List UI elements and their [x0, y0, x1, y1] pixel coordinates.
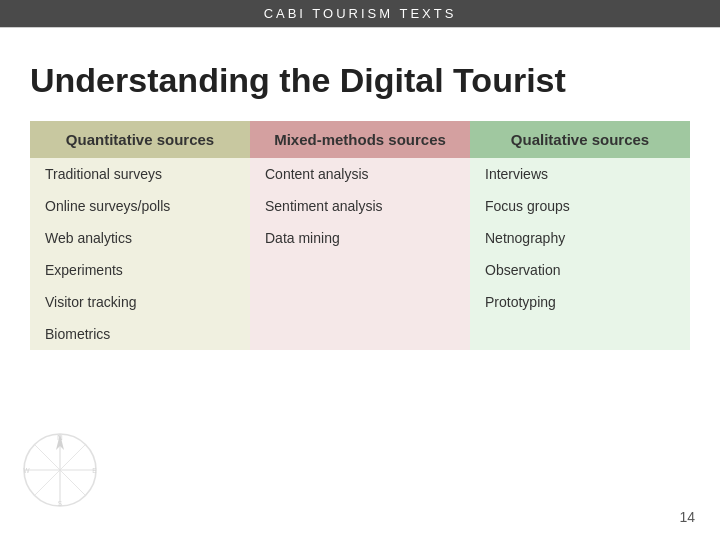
page-number: 14: [679, 509, 695, 525]
header-quantitative: Quantitative sources: [30, 121, 250, 158]
table-row: [470, 318, 690, 350]
table-row: Web analytics: [30, 222, 250, 254]
comparison-table: Quantitative sources Mixed-methods sourc…: [30, 121, 690, 350]
table-row: Content analysis: [250, 158, 470, 190]
svg-text:W: W: [23, 467, 30, 474]
page-title: Understanding the Digital Tourist: [30, 60, 690, 101]
table-row: Biometrics: [30, 318, 250, 350]
table-row: Sentiment analysis: [250, 190, 470, 222]
table-row: [250, 286, 470, 318]
header-qualitative: Qualitative sources: [470, 121, 690, 158]
table-row: Prototyping: [470, 286, 690, 318]
svg-text:N: N: [57, 433, 63, 442]
svg-text:S: S: [58, 500, 62, 507]
table-row: [250, 318, 470, 350]
table-row: [250, 254, 470, 286]
table-row: Netnography: [470, 222, 690, 254]
table-row: Observation: [470, 254, 690, 286]
table-row: Data mining: [250, 222, 470, 254]
table-row: Experiments: [30, 254, 250, 286]
svg-text:E: E: [92, 467, 96, 474]
header-title: CABI TOURISM TEXTS: [264, 6, 457, 21]
header-mixed: Mixed-methods sources: [250, 121, 470, 158]
table-row: Focus groups: [470, 190, 690, 222]
divider: [0, 27, 720, 28]
table-row: Traditional surveys: [30, 158, 250, 190]
table-row: Interviews: [470, 158, 690, 190]
header-bar: CABI TOURISM TEXTS: [0, 0, 720, 27]
table-row: Online surveys/polls: [30, 190, 250, 222]
watermark: N S W E: [20, 430, 100, 510]
main-content: Understanding the Digital Tourist Quanti…: [0, 40, 720, 360]
table-row: Visitor tracking: [30, 286, 250, 318]
